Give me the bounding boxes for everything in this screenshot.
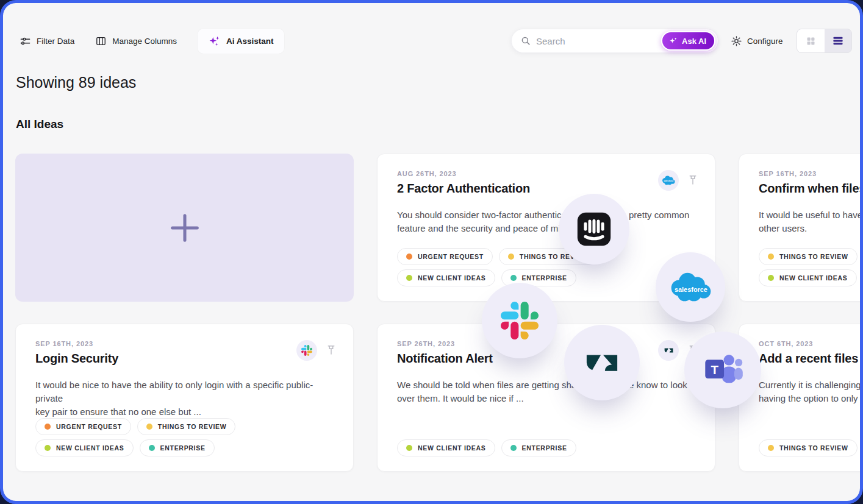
idea-card[interactable]: SEP 16TH, 2023 Login Security It would b… <box>15 324 354 472</box>
tag-enterprise[interactable]: ENTERPRISE <box>501 439 576 456</box>
idea-tags: NEW CLIENT IDEASENTERPRISE <box>397 439 695 456</box>
configure-label: Configure <box>747 37 783 46</box>
tag-row: NEW CLIENT IDEASENTERPRISE <box>35 439 334 456</box>
new-idea-card[interactable] <box>15 154 354 302</box>
tag-color-dot <box>406 254 412 260</box>
integration-badge-slack <box>296 340 317 361</box>
slack-icon <box>301 345 312 356</box>
ask-ai-sparkle-icon <box>668 36 678 46</box>
idea-card[interactable]: OCT 6TH, 2023 Add a recent files section… <box>739 324 863 472</box>
tag-label: NEW CLIENT IDEAS <box>779 274 848 282</box>
tag-color-dot <box>146 424 152 430</box>
tag-label: ENTERPRISE <box>522 274 567 282</box>
tag-color-dot <box>45 445 51 451</box>
idea-title: Confirm when files are shared <box>759 182 863 196</box>
tag-label: URGENT REQUEST <box>418 253 484 260</box>
tag-enterprise[interactable]: ENTERPRISE <box>140 439 215 456</box>
tag-color-dot <box>406 445 412 451</box>
idea-title: Add a recent files section <box>759 352 863 366</box>
idea-tags: THINGS TO REVIEWENTERPRISE <box>759 439 863 456</box>
tag-color-dot <box>508 254 514 260</box>
idea-description: You should consider two-factor authentic… <box>397 208 695 235</box>
view-toggle <box>797 29 852 53</box>
list-view-button[interactable] <box>825 29 852 52</box>
ai-assistant-button[interactable]: Ai Assistant <box>198 29 284 54</box>
tag-urgent-request[interactable]: URGENT REQUEST <box>35 418 131 435</box>
tag-new-client-ideas[interactable]: NEW CLIENT IDEAS <box>397 439 495 456</box>
integration-bubble-intercom <box>559 194 629 264</box>
idea-date: SEP 16TH, 2023 <box>35 340 334 347</box>
pin-button[interactable] <box>688 174 698 186</box>
tag-things-to-review[interactable]: THINGS TO REVIEW <box>759 439 858 456</box>
tag-color-dot <box>510 275 517 281</box>
tag-color-dot <box>149 445 155 451</box>
tag-new-client-ideas[interactable]: NEW CLIENT IDEAS <box>35 439 134 456</box>
tag-urgent-request[interactable]: URGENT REQUEST <box>397 248 493 265</box>
tag-label: NEW CLIENT IDEAS <box>418 444 486 452</box>
tag-things-to-review[interactable]: THINGS TO REVIEW <box>137 418 236 435</box>
grid-view-button[interactable] <box>797 29 825 52</box>
idea-description: It would be useful to have confirmation … <box>759 208 863 235</box>
filter-icon <box>20 35 31 47</box>
integration-badge-zendesk <box>658 340 679 361</box>
salesforce-icon: salesforce <box>661 175 676 186</box>
ask-ai-label: Ask AI <box>682 37 706 46</box>
tag-row: URGENT REQUESTTHINGS TO REVIEW <box>397 248 695 265</box>
toolbar-left: Filter Data Manage Columns Ai Assistant <box>20 29 284 53</box>
tag-label: THINGS TO REVIEW <box>158 423 227 430</box>
tag-label: ENTERPRISE <box>160 444 206 452</box>
teams-icon: T <box>701 352 744 387</box>
manage-columns-label: Manage Columns <box>112 37 177 46</box>
tag-row: NEW CLIENT IDEASENTERPRISE <box>397 269 695 286</box>
tag-row: THINGS TO REVIEWENTERPRISE <box>759 439 863 456</box>
integration-bubble-salesforce: salesforce <box>656 252 725 322</box>
tag-row: THINGS TO REVIEW <box>759 248 863 265</box>
sparkles-icon <box>208 35 221 48</box>
search-icon <box>520 35 531 46</box>
idea-description: Currently it is challenging to sort thro… <box>759 378 863 405</box>
idea-date: SEP 16TH, 2023 <box>759 170 863 177</box>
search-input[interactable] <box>536 36 661 46</box>
slack-icon <box>501 302 539 339</box>
pin-button[interactable] <box>326 344 336 356</box>
idea-title: Login Security <box>35 352 334 366</box>
idea-card[interactable]: SEP 16TH, 2023 Confirm when files are sh… <box>739 154 863 302</box>
tag-row: NEW CLIENT IDEASENTERPRISE <box>759 269 863 286</box>
salesforce-icon: salesforce <box>667 270 714 305</box>
idea-title: 2 Factor Authentication <box>397 182 695 196</box>
ask-ai-button[interactable]: Ask AI <box>661 31 715 51</box>
idea-card-actions: salesforce <box>658 170 698 191</box>
tag-new-client-ideas[interactable]: NEW CLIENT IDEAS <box>759 269 857 286</box>
integration-bubble-zendesk <box>564 325 640 400</box>
idea-date: OCT 6TH, 2023 <box>759 340 863 347</box>
idea-date: AUG 26TH, 2023 <box>397 170 695 177</box>
idea-tags: URGENT REQUESTTHINGS TO REVIEWNEW CLIENT… <box>35 418 334 456</box>
tag-row: URGENT REQUESTTHINGS TO REVIEW <box>35 418 334 435</box>
tag-color-dot <box>510 445 517 451</box>
manage-columns-button[interactable]: Manage Columns <box>95 35 177 47</box>
tag-label: NEW CLIENT IDEAS <box>56 444 124 452</box>
tag-color-dot <box>768 445 774 451</box>
section-title: All Ideas <box>16 118 63 131</box>
tag-label: ENTERPRISE <box>522 444 567 452</box>
plus-icon <box>166 209 204 247</box>
tag-label: THINGS TO REVIEW <box>779 444 848 452</box>
tag-new-client-ideas[interactable]: NEW CLIENT IDEAS <box>397 269 495 286</box>
tag-label: URGENT REQUEST <box>56 423 122 430</box>
integration-bubble-slack <box>482 283 557 358</box>
svg-text:salesforce: salesforce <box>664 180 673 182</box>
list-view-icon <box>832 35 844 47</box>
columns-icon <box>95 35 107 47</box>
pin-icon <box>688 174 698 186</box>
idea-card-actions <box>296 340 336 361</box>
ai-assistant-label: Ai Assistant <box>226 37 274 46</box>
filter-data-button[interactable]: Filter Data <box>20 35 74 47</box>
svg-text:T: T <box>711 363 718 377</box>
configure-button[interactable]: Configure <box>731 29 783 53</box>
tag-things-to-review[interactable]: THINGS TO REVIEW <box>759 248 858 265</box>
results-count-heading: Showing 89 ideas <box>16 74 136 91</box>
idea-description: We should be told when files are getting… <box>397 378 695 405</box>
integration-bubble-teams: T <box>684 332 761 408</box>
idea-title: Notification Alert <box>397 352 695 366</box>
tag-color-dot <box>45 424 51 430</box>
